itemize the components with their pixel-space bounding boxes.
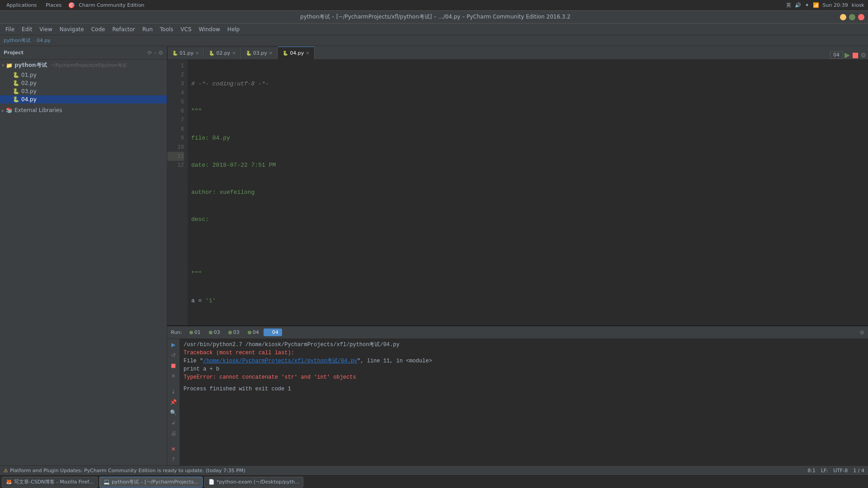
status-bar: ⚠ Platform and Plugin Updates: PyCharm C… <box>0 465 868 475</box>
tree-item-03py[interactable]: 🐍 03.py <box>0 87 167 95</box>
taskbar-pycharm[interactable]: 💻 python考试 – [~/PycharmProjects... <box>99 477 203 488</box>
tree-item-02py[interactable]: 🐍 02.py <box>0 79 167 87</box>
settings-icon[interactable]: ⚙ <box>158 50 163 56</box>
console-cmd-line: /usr/bin/python2.7 /home/kiosk/PycharmPr… <box>184 341 864 349</box>
code-span: '1' <box>205 296 216 305</box>
run-indicator-01 <box>189 331 193 334</box>
breadcrumb-project[interactable]: python考试 <box>4 37 31 44</box>
breadcrumb-bar: python考试 › 04.py <box>0 35 868 46</box>
console-error-btn[interactable]: ✕ <box>169 445 178 453</box>
breadcrumb-file[interactable]: 04.py <box>37 38 51 43</box>
tab-close-02py[interactable]: ✕ <box>232 51 236 56</box>
applications-menu[interactable]: Applications <box>4 1 39 9</box>
console-run-btn[interactable]: ▶ <box>169 341 178 349</box>
close-button[interactable] <box>858 14 864 20</box>
tab-02py[interactable]: 🐍 02.py ✕ <box>204 47 241 59</box>
menu-vcs[interactable]: VCS <box>177 24 195 34</box>
tree-external-libraries[interactable]: ▸ 📚 External Libraries <box>0 105 167 115</box>
menu-run[interactable]: Run <box>139 24 156 34</box>
menu-edit[interactable]: Edit <box>18 24 36 34</box>
console-stop-btn[interactable]: ■ <box>169 361 178 370</box>
code-line-4: date: 2018-07-22 7:51 PM <box>191 161 864 170</box>
collapse-icon[interactable]: – <box>154 50 156 56</box>
tab-04py[interactable]: 🐍 04.py ✕ <box>278 47 314 59</box>
sidebar-toolbar: ⟳ – ⚙ <box>147 50 163 56</box>
tab-close-03py[interactable]: ✕ <box>269 51 273 56</box>
code-line-2: """ <box>191 107 864 116</box>
tab-icon-03py: 🐍 <box>246 51 251 56</box>
console-tab-03b[interactable]: 03 <box>225 328 243 336</box>
console-tab-label-03b: 03 <box>233 329 240 335</box>
menu-refactor[interactable]: Refactor <box>108 24 138 34</box>
console-tab-label-03a: 03 <box>214 329 220 335</box>
tab-settings-icon[interactable]: ⚙ <box>860 52 866 59</box>
console-text: /usr/bin/python2.7 /home/kiosk/PycharmPr… <box>180 339 868 465</box>
menu-file[interactable]: File <box>2 24 18 34</box>
tree-arrow-project: ▾ <box>2 63 4 68</box>
console-wrap-btn[interactable]: ↲ <box>169 418 178 427</box>
code-line-6: desc: <box>191 215 864 224</box>
system-bar-left: Applications Places 🎯 Charm Community Ed… <box>4 1 144 9</box>
run-indicator-03a <box>209 331 212 334</box>
console-settings-icon[interactable]: ⚙ <box>859 329 864 336</box>
minimize-button[interactable] <box>840 14 846 20</box>
file-label-04py: 04.py <box>21 96 37 103</box>
menu-tools[interactable]: Tools <box>156 24 177 34</box>
sidebar-header: Project ⟳ – ⚙ <box>0 46 167 60</box>
stop-button[interactable]: ■ <box>852 51 859 59</box>
code-line-7 <box>191 242 864 251</box>
ext-lib-label: External Libraries <box>14 107 62 113</box>
console-filter-btn[interactable]: 🔍 <box>169 408 178 417</box>
console-help-btn[interactable]: ? <box>169 455 178 464</box>
code-span: desc: <box>191 215 209 224</box>
console-tab-01[interactable]: 01 <box>186 328 204 336</box>
console-tab-04b[interactable]: 04 <box>264 328 282 336</box>
code-span: a = <box>191 296 205 305</box>
code-content[interactable]: # -*- coding:utf-8 -*- """ file: 04.py d… <box>188 60 868 325</box>
tab-close-01py[interactable]: ✕ <box>195 51 199 56</box>
menu-navigate[interactable]: Navigate <box>56 24 88 34</box>
tab-close-04py[interactable]: ✕ <box>306 51 309 56</box>
console-scroll-end-btn[interactable]: ↓ <box>169 388 178 396</box>
console-rerun-btn[interactable]: ↺ <box>169 351 178 360</box>
console-print-btn[interactable]: 🖨 <box>169 429 178 437</box>
sidebar: Project ⟳ – ⚙ ▾ 📁 python考试 ~/PycharmProj… <box>0 46 167 465</box>
tree-item-04py[interactable]: 🐍 04.py <box>0 95 167 103</box>
firefox-icon: 🦊 <box>6 479 12 485</box>
console-tab-bar: Run: 01 03 03 04 <box>167 326 868 339</box>
maximize-button[interactable] <box>849 14 855 20</box>
code-line-1: # -*- coding:utf-8 -*- <box>191 80 864 89</box>
taskbar-firefox[interactable]: 🦊 写文章-CSDN博客 - Mozilla Firef... <box>2 477 98 488</box>
line-sep: LF: <box>821 468 828 474</box>
tab-03py[interactable]: 🐍 03.py ✕ <box>241 47 278 59</box>
console-close-btn[interactable]: ✕ <box>169 372 178 380</box>
taskbar-firefox-label: 写文章-CSDN博客 - Mozilla Firef... <box>14 479 94 485</box>
menu-bar: File Edit View Navigate Code Refactor Ru… <box>0 23 868 35</box>
window-title: python考试 – [~/PycharmProjects/xfl/python… <box>31 13 840 21</box>
console-tab-label-01: 01 <box>194 329 201 335</box>
code-editor[interactable]: 1 2 3 4 5 6 7 8 9 10 11 12 # -*- coding:… <box>167 60 868 325</box>
places-menu[interactable]: Places <box>43 1 64 9</box>
menu-help[interactable]: Help <box>224 24 243 34</box>
menu-code[interactable]: Code <box>88 24 109 34</box>
taskbar-pycharm-label: python考试 – [~/PycharmProjects... <box>112 479 198 485</box>
pycharm-icon: 💻 <box>104 479 110 485</box>
tree-item-01py[interactable]: 🐍 01.py <box>0 71 167 79</box>
window-controls[interactable] <box>840 14 864 20</box>
console-tab-03a[interactable]: 03 <box>205 328 224 336</box>
run-indicator-04b <box>267 331 271 334</box>
run-button[interactable]: ▶ <box>844 51 850 59</box>
menu-window[interactable]: Window <box>195 24 224 34</box>
code-line-3: file: 04.py <box>191 134 864 143</box>
console-tab-04a[interactable]: 04 <box>244 328 263 336</box>
sync-icon[interactable]: ⟳ <box>147 50 152 56</box>
nav-indicator: 04 <box>830 51 843 59</box>
console-pin-btn[interactable]: 📌 <box>169 398 178 407</box>
tab-01py[interactable]: 🐍 01.py ✕ <box>167 47 204 59</box>
app-icon: 🎯 <box>68 2 75 9</box>
tree-root-project[interactable]: ▾ 📁 python考试 ~/PycharmProjects/xfl/pytho… <box>0 60 167 71</box>
menu-view[interactable]: View <box>36 24 56 34</box>
console-file-link[interactable]: /home/kiosk/PycharmProjects/xfl/python考试… <box>203 358 357 364</box>
taskbar-terminal[interactable]: 📄 *python-exam (~/Desktop/pyth... <box>204 477 304 488</box>
network-icon: 📶 <box>813 2 819 8</box>
